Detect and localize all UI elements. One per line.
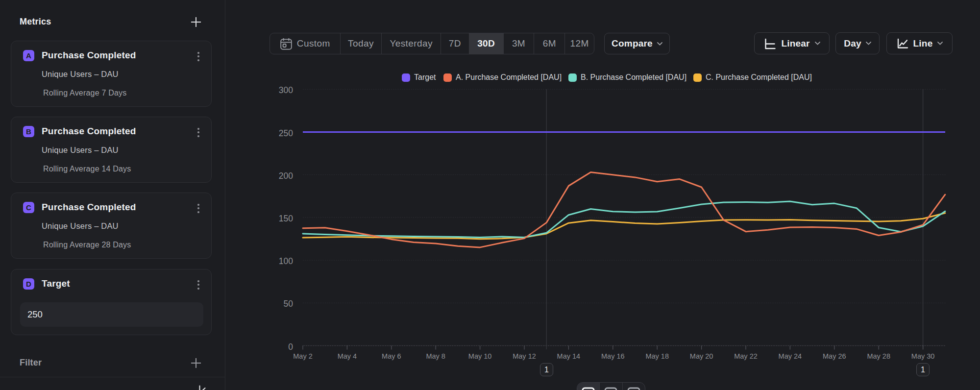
svg-text:May 30: May 30 [911,352,935,360]
svg-text:May 26: May 26 [823,352,846,360]
svg-text:May 4: May 4 [338,352,357,360]
svg-text:0: 0 [288,342,293,352]
svg-text:150: 150 [279,214,293,223]
svg-text:May 24: May 24 [779,352,802,360]
svg-text:May 8: May 8 [426,352,445,360]
svg-text:May 6: May 6 [382,352,401,360]
svg-text:May 28: May 28 [867,352,890,360]
svg-text:100: 100 [279,256,293,266]
svg-text:300: 300 [279,85,293,95]
svg-text:May 10: May 10 [468,352,492,360]
svg-text:May 2: May 2 [293,352,313,360]
svg-text:250: 250 [279,128,293,138]
svg-text:May 14: May 14 [557,352,581,360]
svg-text:50: 50 [284,299,294,309]
svg-text:May 20: May 20 [690,352,713,360]
svg-text:200: 200 [279,171,293,181]
svg-text:May 12: May 12 [513,352,536,360]
svg-text:May 18: May 18 [645,352,669,360]
svg-text:May 16: May 16 [601,352,625,360]
svg-text:May 22: May 22 [734,352,758,360]
